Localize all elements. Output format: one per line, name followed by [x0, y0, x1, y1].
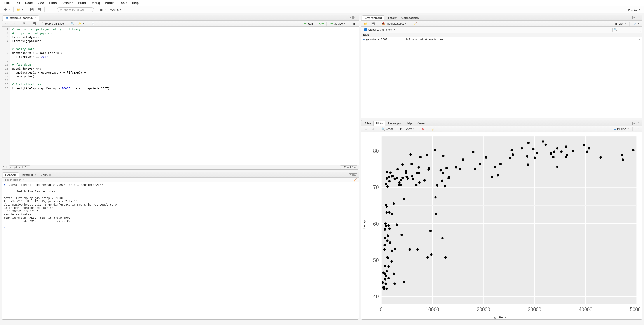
save-source-button[interactable]: 💾 — [31, 21, 38, 26]
run-button[interactable]: ➔Run — [302, 21, 314, 26]
tab-history[interactable]: History — [384, 15, 399, 20]
maximize-button[interactable]: ▢ — [354, 173, 357, 176]
plots-toolbar: ⇦ ⇨ 🔍Zoom 🖼Export▼ ⊗ 🧹 ☁Publish▼ ⟳ — [361, 126, 642, 132]
svg-point-100 — [411, 175, 414, 177]
tab-plots[interactable]: Plots — [374, 121, 385, 126]
zoom-button[interactable]: 🔍Zoom — [380, 127, 394, 132]
maximize-button[interactable]: ▢ — [637, 16, 640, 19]
plot-prev-button[interactable]: ⇦ — [362, 127, 369, 132]
svg-point-150 — [536, 152, 538, 154]
svg-point-81 — [396, 177, 398, 179]
svg-point-146 — [527, 163, 530, 166]
new-file-button[interactable]: ➕▼ — [2, 7, 11, 12]
minimize-button[interactable]: ▭ — [349, 16, 352, 19]
tab-jobs[interactable]: Jobs✕ — [39, 172, 53, 177]
menu-file[interactable]: File — [4, 1, 10, 5]
tab-terminal[interactable]: Terminal✕ — [19, 172, 38, 177]
show-in-new-window-button[interactable]: ⧉ — [21, 21, 27, 26]
nav-forward-button[interactable]: ⇨ — [11, 21, 17, 26]
expand-icon[interactable]: ◉ — [363, 38, 365, 41]
grid-tool-button[interactable]: ▦▼ — [98, 7, 107, 12]
svg-point-66 — [388, 180, 391, 182]
source-on-save-checkbox[interactable]: Source on Save — [39, 22, 65, 26]
compile-report-button[interactable]: 📄 — [90, 21, 96, 26]
remove-plot-button[interactable]: ⊗ — [420, 127, 426, 132]
code-editor[interactable]: 12345678910111213141516 # Loading two pa… — [2, 27, 359, 165]
menu-help[interactable]: Help — [132, 1, 139, 5]
goto-file-input[interactable]: ➤ Go to file/function — [57, 8, 94, 12]
svg-point-47 — [385, 183, 387, 185]
tab-files[interactable]: Files — [362, 121, 374, 126]
goto-dir-icon[interactable]: ↗ — [22, 178, 25, 182]
save-button[interactable]: 💾 — [29, 7, 35, 12]
clear-plots-button[interactable]: 🧹 — [430, 127, 436, 132]
language-selector[interactable]: R Script ⌃⌄ — [340, 165, 358, 169]
tab-connections[interactable]: Connections — [399, 15, 421, 20]
env-scope-bar: 🟦Global Environment▼ 🔍 — [361, 27, 642, 33]
publish-button[interactable]: ☁Publish▼ — [612, 127, 630, 132]
load-workspace-button[interactable]: 📂 — [362, 21, 369, 26]
clear-console-icon[interactable]: 🧹 — [354, 178, 357, 182]
env-scope-selector[interactable]: 🟦Global Environment▼ — [362, 27, 396, 32]
outline-button[interactable]: ≣ — [351, 21, 357, 26]
menu-session[interactable]: Session — [62, 1, 73, 5]
menu-profile[interactable]: Profile — [105, 1, 114, 5]
svg-point-70 — [390, 260, 393, 263]
menu-code[interactable]: Code — [25, 1, 33, 5]
tab-console[interactable]: Console — [3, 172, 19, 177]
menu-edit[interactable]: Edit — [14, 1, 20, 5]
minimize-button[interactable]: ▭ — [632, 122, 636, 125]
tab-viewer[interactable]: Viewer — [414, 121, 428, 126]
scope-selector[interactable]: (Top Level) ⌃⌄ — [9, 165, 30, 169]
minimize-button[interactable]: ▭ — [349, 173, 352, 176]
refresh-env-button[interactable]: ⟳▼ — [632, 21, 641, 26]
save-all-button[interactable]: 💾 — [36, 7, 42, 12]
open-project-button[interactable]: 📂▼ — [16, 7, 25, 12]
export-button[interactable]: 🖼Export▼ — [398, 127, 416, 132]
view-data-icon[interactable]: ▦ — [638, 38, 640, 41]
source-button[interactable]: ➔Source▼ — [329, 21, 347, 26]
re-run-button[interactable]: ↻➔ — [318, 21, 324, 26]
svg-point-59 — [387, 234, 389, 237]
refresh-plot-button[interactable]: ⟳ — [634, 127, 641, 132]
close-icon[interactable]: ✕ — [49, 174, 51, 176]
import-dataset-button[interactable]: 📥Import Dataset▼ — [380, 21, 408, 26]
env-row[interactable]: ◉gapminder2007142 obs. of 6 variables▦ — [361, 37, 642, 41]
tab-environment[interactable]: Environment — [362, 15, 384, 20]
search-icon: 🔍 — [71, 22, 74, 25]
menu-tools[interactable]: Tools — [119, 1, 127, 5]
svg-point-53 — [386, 270, 388, 272]
publish-icon: ☁ — [613, 127, 616, 131]
env-search-input[interactable]: 🔍 — [612, 28, 641, 32]
console-output[interactable]: > t.test(lifeExp ~ gdpPercap > 20000, da… — [2, 182, 359, 319]
source-arrow-icon: ➔ — [330, 22, 334, 25]
maximize-button[interactable]: ▢ — [354, 16, 357, 19]
svg-text:40000: 40000 — [579, 307, 592, 312]
save-icon: 💾 — [371, 22, 375, 25]
scatter-chart: 010000200003000040000500004050607080 — [366, 134, 640, 315]
nav-back-button[interactable]: ⇦ — [3, 21, 10, 26]
menu-build[interactable]: Build — [78, 1, 86, 5]
maximize-button[interactable]: ▢ — [637, 122, 640, 125]
menu-debug[interactable]: Debug — [90, 1, 100, 5]
svg-point-61 — [388, 277, 390, 279]
print-button[interactable]: 🖨 — [46, 7, 53, 12]
source-tab-example-script[interactable]: ◉ example_script.R ✕ — [3, 15, 39, 21]
close-icon[interactable]: ✕ — [34, 17, 36, 19]
minimize-button[interactable]: ▭ — [632, 16, 636, 19]
view-mode-button[interactable]: ≣List▼ — [614, 21, 628, 26]
tab-help[interactable]: Help — [403, 121, 414, 126]
r-version-button[interactable]: R 3.6.0▼ — [627, 7, 642, 12]
plot-next-button[interactable]: ⇨ — [370, 127, 376, 132]
menu-plots[interactable]: Plots — [49, 1, 57, 5]
save-workspace-button[interactable]: 💾 — [370, 21, 376, 26]
export-icon: 🖼 — [400, 127, 403, 131]
tab-packages[interactable]: Packages — [385, 121, 403, 126]
close-icon[interactable]: ✕ — [34, 174, 36, 176]
print-icon: 🖨 — [48, 8, 52, 11]
magic-wand-button[interactable]: ✨▼ — [77, 21, 86, 26]
find-button[interactable]: 🔍 — [69, 21, 76, 26]
clear-workspace-button[interactable]: 🧹 — [412, 21, 418, 26]
addins-button[interactable]: Addins▼ — [109, 7, 123, 12]
menu-view[interactable]: View — [38, 1, 44, 5]
